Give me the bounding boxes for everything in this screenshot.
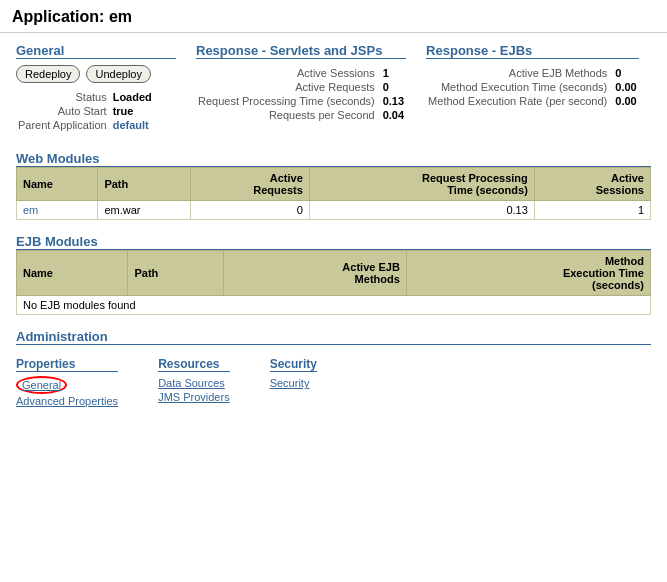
col-name: Name — [17, 251, 128, 296]
processing-time-label: Request Processing Time (seconds) — [198, 95, 381, 107]
no-data-message: No EJB modules found — [17, 296, 651, 315]
table-row: em em.war 0 0.13 1 — [17, 201, 651, 220]
page-title: Application: em — [12, 8, 655, 26]
table-header-row: Name Path Active EJBMethods MethodExecut… — [17, 251, 651, 296]
security-link[interactable]: Security — [270, 377, 310, 389]
list-item[interactable]: JMS Providers — [158, 390, 230, 404]
row-path: em.war — [98, 201, 191, 220]
table-row: Active EJB Methods 0 — [428, 67, 637, 79]
ejb-methods-label: Active EJB Methods — [428, 67, 613, 79]
ejb-methods-value: 0 — [615, 67, 636, 79]
table-row: Requests per Second 0.04 — [198, 109, 404, 121]
security-column: Security Security — [270, 357, 317, 408]
parent-row: Parent Application default — [18, 119, 152, 131]
col-name: Name — [17, 168, 98, 201]
row-active-sessions: 1 — [534, 201, 650, 220]
data-sources-link[interactable]: Data Sources — [158, 377, 225, 389]
main-content: General Redeploy Undeploy Status Loaded … — [0, 33, 667, 418]
table-header-row: Name Path ActiveRequests Request Process… — [17, 168, 651, 201]
web-modules-table: Name Path ActiveRequests Request Process… — [16, 167, 651, 220]
ejb-modules-heading: EJB Modules — [16, 234, 651, 250]
processing-time-value: 0.13 — [383, 95, 404, 107]
parent-label: Parent Application — [18, 119, 111, 131]
undeploy-button[interactable]: Undeploy — [86, 65, 150, 83]
general-link-circled[interactable]: General — [16, 376, 67, 394]
row-name[interactable]: em — [17, 201, 98, 220]
response-ejbs-heading: Response - EJBs — [426, 43, 639, 59]
ejb-exec-rate-label: Method Execution Rate (per second) — [428, 95, 613, 107]
col-method-exec-time: MethodExecution Time(seconds) — [406, 251, 650, 296]
row-processing-time: 0.13 — [309, 201, 534, 220]
resources-column: Resources Data Sources JMS Providers — [158, 357, 230, 408]
table-row: Method Execution Time (seconds) 0.00 — [428, 81, 637, 93]
status-label: Status — [18, 91, 111, 103]
col-processing-time: Request ProcessingTime (seconds) — [309, 168, 534, 201]
web-modules-heading: Web Modules — [16, 151, 651, 167]
col-active-requests: ActiveRequests — [191, 168, 309, 201]
col-active-sessions: ActiveSessions — [534, 168, 650, 201]
col-path: Path — [98, 168, 191, 201]
security-list: Security — [270, 376, 317, 390]
active-sessions-value: 1 — [383, 67, 404, 79]
status-value: Loaded — [113, 91, 152, 103]
administration-heading: Administration — [16, 329, 651, 345]
list-item[interactable]: Security — [270, 376, 317, 390]
resources-list: Data Sources JMS Providers — [158, 376, 230, 404]
response-ejbs-section: Response - EJBs Active EJB Methods 0 Met… — [426, 43, 639, 109]
ejb-exec-time-value: 0.00 — [615, 81, 636, 93]
autostart-value: true — [113, 105, 152, 117]
response-servlets-section: Response - Servlets and JSPs Active Sess… — [196, 43, 406, 123]
active-sessions-label: Active Sessions — [198, 67, 381, 79]
properties-column: Properties General Advanced Properties — [16, 357, 118, 408]
admin-columns: Properties General Advanced Properties R… — [16, 353, 651, 408]
active-requests-value: 0 — [383, 81, 404, 93]
row-active-requests: 0 — [191, 201, 309, 220]
jms-providers-link[interactable]: JMS Providers — [158, 391, 230, 403]
web-modules-section: Web Modules Name Path ActiveRequests Req… — [16, 151, 651, 220]
response-servlets-heading: Response - Servlets and JSPs — [196, 43, 406, 59]
ejb-exec-rate-value: 0.00 — [615, 95, 636, 107]
table-row: Active Sessions 1 — [198, 67, 404, 79]
security-heading: Security — [270, 357, 317, 372]
action-buttons: Redeploy Undeploy — [16, 65, 176, 83]
administration-section: Administration Properties General Advanc… — [16, 329, 651, 408]
table-row: Method Execution Rate (per second) 0.00 — [428, 95, 637, 107]
requests-per-second-value: 0.04 — [383, 109, 404, 121]
list-item[interactable]: Advanced Properties — [16, 394, 118, 408]
ejb-modules-table: Name Path Active EJBMethods MethodExecut… — [16, 250, 651, 315]
col-path: Path — [128, 251, 224, 296]
advanced-properties-link[interactable]: Advanced Properties — [16, 395, 118, 407]
redeploy-button[interactable]: Redeploy — [16, 65, 80, 83]
ejb-modules-section: EJB Modules Name Path Active EJBMethods … — [16, 234, 651, 315]
table-row: Active Requests 0 — [198, 81, 404, 93]
active-requests-label: Active Requests — [198, 81, 381, 93]
general-info-table: Status Loaded Auto Start true Parent App… — [16, 89, 154, 133]
ejb-stats-table: Active EJB Methods 0 Method Execution Ti… — [426, 65, 639, 109]
properties-list: General Advanced Properties — [16, 376, 118, 408]
page-header: Application: em — [0, 0, 667, 33]
resources-heading: Resources — [158, 357, 230, 372]
autostart-row: Auto Start true — [18, 105, 152, 117]
general-section: General Redeploy Undeploy Status Loaded … — [16, 43, 176, 133]
table-row: Request Processing Time (seconds) 0.13 — [198, 95, 404, 107]
general-heading: General — [16, 43, 176, 59]
parent-value[interactable]: default — [113, 119, 152, 131]
requests-per-second-label: Requests per Second — [198, 109, 381, 121]
no-data-row: No EJB modules found — [17, 296, 651, 315]
col-active-ejb-methods: Active EJBMethods — [224, 251, 407, 296]
response-servlets-table: Active Sessions 1 Active Requests 0 Requ… — [196, 65, 406, 123]
autostart-label: Auto Start — [18, 105, 111, 117]
list-item[interactable]: Data Sources — [158, 376, 230, 390]
top-sections: General Redeploy Undeploy Status Loaded … — [16, 43, 651, 133]
status-row: Status Loaded — [18, 91, 152, 103]
properties-heading: Properties — [16, 357, 118, 372]
ejb-exec-time-label: Method Execution Time (seconds) — [428, 81, 613, 93]
list-item[interactable]: General — [16, 376, 118, 394]
